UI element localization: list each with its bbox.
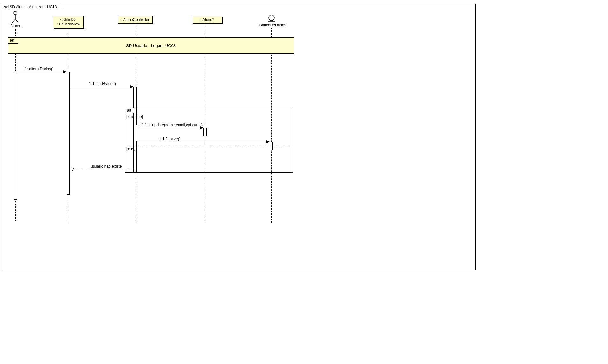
msg-112-label: 1.1.2: save() <box>159 137 180 141</box>
alt-guard-true: [id is true] <box>126 114 143 119</box>
msg-ret-label: usuario não existe <box>91 164 122 168</box>
msg-111-arrow <box>200 126 203 129</box>
sd-prefix: sd <box>4 5 10 9</box>
msg-111-line <box>139 128 201 128</box>
view-label: : UsuarioView <box>57 22 80 26</box>
lifeline-controller-head: : AlunoController <box>115 16 156 24</box>
alt-fragment: alt [id is true] [else] <box>125 107 293 173</box>
lifeline-model-head: : Aluno* <box>193 16 218 24</box>
alt-guard-else: [else] <box>126 146 136 151</box>
controller-label: : AlunoController <box>121 17 150 22</box>
msg-1-arrow <box>63 70 67 73</box>
msg-1-label: 1: alterarDados() <box>25 67 53 71</box>
ref-tag: ref <box>8 38 18 44</box>
actor-icon <box>11 11 19 23</box>
svg-line-3 <box>12 19 15 23</box>
msg-11-arrow <box>130 85 133 88</box>
ref-title: SD Usuario - Logar - UC08 <box>126 43 176 48</box>
view-stereotype: <<html>> <box>57 17 80 22</box>
sd-title: SD Aluno - Atualizar - UC18 <box>10 5 57 9</box>
lifeline-db-label: : BancoDeDados. <box>255 23 290 27</box>
msg-ret-line <box>71 169 133 169</box>
lifeline-controller-box: : AlunoController <box>118 16 153 24</box>
alt-tag: alt <box>125 107 136 113</box>
ref-tag-text: ref <box>10 38 14 43</box>
lifeline-view-head: <<html>> : UsuarioView <box>51 16 86 28</box>
msg-11-label: 1.1: findById(id) <box>89 81 116 86</box>
lifeline-view-box: <<html>> : UsuarioView <box>53 16 84 28</box>
sequence-diagram-canvas: sd SD Aluno - Atualizar - UC18 : Aluno..… <box>0 0 608 364</box>
svg-line-4 <box>15 19 18 23</box>
svg-point-5 <box>269 15 274 21</box>
actor-label-text: : Aluno.. <box>8 24 22 28</box>
alt-tag-text: alt <box>127 108 131 113</box>
ref-fragment: ref SD Usuario - Logar - UC08 <box>8 37 294 54</box>
db-label-text: : BancoDeDados. <box>257 23 287 27</box>
alt-separator <box>125 145 293 145</box>
msg-11-line <box>70 87 131 87</box>
msg-1-line <box>17 72 65 72</box>
model-label: : Aluno* <box>196 17 218 22</box>
msg-112-arrow <box>266 140 270 143</box>
msg-112-line <box>139 142 268 142</box>
sd-frame-tab: sd SD Aluno - Atualizar - UC18 <box>2 4 62 10</box>
activation-controller-1 <box>133 87 137 107</box>
lifeline-actor-label: : Aluno.. <box>6 24 25 28</box>
lifeline-model-box: : Aluno* <box>193 16 222 24</box>
activation-view <box>67 72 70 195</box>
activation-actor <box>14 72 17 200</box>
msg-111-label: 1.1.1: update(nome,email,cpf,curso) <box>142 123 203 127</box>
entity-icon <box>267 14 276 22</box>
svg-point-0 <box>14 11 17 15</box>
